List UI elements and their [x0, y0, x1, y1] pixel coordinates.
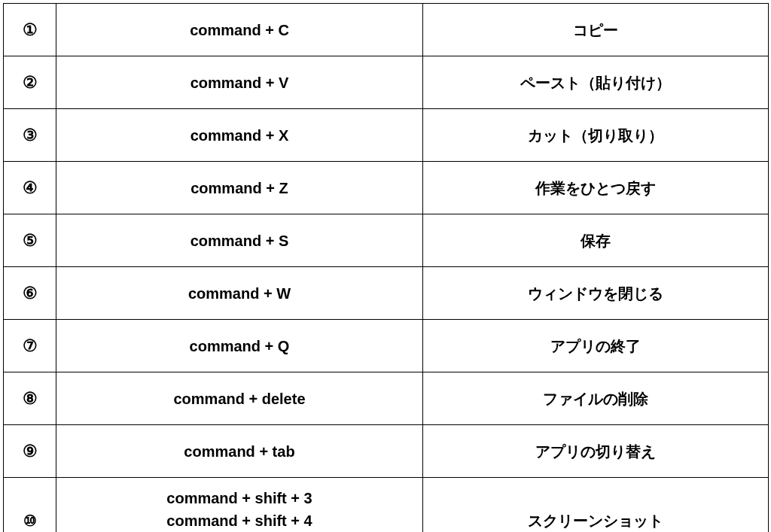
row-shortcut: command + S [56, 214, 423, 267]
row-number: ④ [4, 162, 56, 214]
table-row: ② command + V ペースト（貼り付け） [4, 56, 769, 109]
row-shortcut: command + tab [56, 425, 423, 478]
row-number: ② [4, 56, 56, 109]
table-row: ⑩ command + shift + 3 command + shift + … [4, 478, 769, 533]
table-row: ⑨ command + tab アプリの切り替え [4, 425, 769, 478]
row-description: ファイルの削除 [423, 372, 769, 425]
shortcut-table: ① command + C コピー ② command + V ペースト（貼り付… [3, 3, 769, 532]
table-row: ① command + C コピー [4, 4, 769, 56]
row-description: アプリの切り替え [423, 425, 769, 478]
row-number: ⑩ [4, 478, 56, 533]
row-description: コピー [423, 4, 769, 56]
row-shortcut: command + W [56, 267, 423, 320]
row-shortcut: command + C [56, 4, 423, 56]
table-row: ③ command + X カット（切り取り） [4, 109, 769, 162]
table-row: ⑥ command + W ウィンドウを閉じる [4, 267, 769, 320]
row-number: ⑨ [4, 425, 56, 478]
row-shortcut: command + Z [56, 162, 423, 214]
row-number: ① [4, 4, 56, 56]
row-number: ⑦ [4, 320, 56, 372]
row-description: カット（切り取り） [423, 109, 769, 162]
row-number: ⑥ [4, 267, 56, 320]
row-shortcut: command + shift + 3 command + shift + 4 … [56, 478, 423, 533]
row-description: 作業をひとつ戻す [423, 162, 769, 214]
row-description: アプリの終了 [423, 320, 769, 372]
table-row: ⑦ command + Q アプリの終了 [4, 320, 769, 372]
table-row: ⑧ command + delete ファイルの削除 [4, 372, 769, 425]
row-shortcut: command + Q [56, 320, 423, 372]
row-number: ⑧ [4, 372, 56, 425]
row-shortcut: command + X [56, 109, 423, 162]
row-description: 保存 [423, 214, 769, 267]
row-description: ペースト（貼り付け） [423, 56, 769, 109]
row-description: ウィンドウを閉じる [423, 267, 769, 320]
row-shortcut: command + V [56, 56, 423, 109]
row-shortcut: command + delete [56, 372, 423, 425]
row-description: スクリーンショット [423, 478, 769, 533]
table-row: ④ command + Z 作業をひとつ戻す [4, 162, 769, 214]
table-row: ⑤ command + S 保存 [4, 214, 769, 267]
row-number: ⑤ [4, 214, 56, 267]
row-number: ③ [4, 109, 56, 162]
